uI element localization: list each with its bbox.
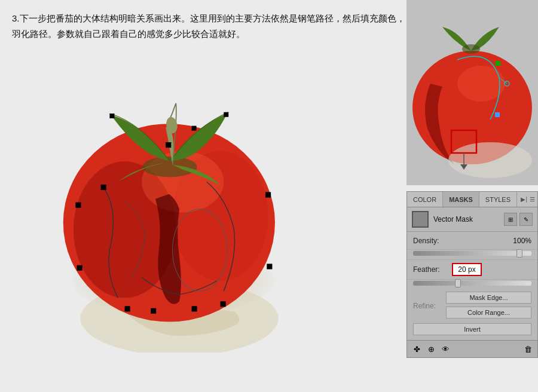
svg-point-6 xyxy=(142,157,197,177)
panel-menu-icon[interactable]: ☰ xyxy=(530,196,535,203)
svg-rect-20 xyxy=(109,114,114,118)
mask-edge-button[interactable]: Mask Edge... xyxy=(446,292,531,304)
instruction-text: 3.下一步把番茄的大体结构明暗关系画出来。这里用到的主要方法依然是钢笔路径，然后… xyxy=(12,11,412,41)
panel-tabs: COLOR MASKS STYLES ▶| ☰ xyxy=(407,192,537,207)
refine-label: Refine: xyxy=(413,302,446,310)
svg-rect-12 xyxy=(221,301,226,307)
mask-icon-buttons: ⊞ ✎ xyxy=(504,213,533,226)
svg-rect-13 xyxy=(125,306,130,311)
tomato-illustration xyxy=(24,66,335,353)
svg-rect-11 xyxy=(267,264,272,269)
density-slider-container xyxy=(407,251,537,259)
density-slider-thumb[interactable] xyxy=(516,249,522,258)
svg-rect-16 xyxy=(151,308,156,314)
tab-color[interactable]: COLOR xyxy=(407,192,443,207)
svg-rect-10 xyxy=(265,192,271,197)
toolbar-trash-icon[interactable]: 🗑 xyxy=(522,343,534,355)
svg-rect-14 xyxy=(77,265,82,271)
instruction-line1: 3.下一步把番茄的大体结构明暗关系画出来。这里用到的主要方法依然是钢笔路径，然后… xyxy=(12,11,412,26)
svg-rect-9 xyxy=(166,142,171,148)
mask-label: Vector Mask xyxy=(433,215,504,223)
color-range-button[interactable]: Color Range... xyxy=(446,307,531,318)
svg-rect-8 xyxy=(101,185,106,190)
toolbar-sun-icon[interactable]: ✤ xyxy=(411,343,423,355)
invert-button[interactable]: Invert xyxy=(413,323,531,335)
density-label: Density: xyxy=(413,237,452,245)
panel-arrow-icon: ▶| xyxy=(521,196,527,203)
right-panel: COLOR MASKS STYLES ▶| ☰ Vector Mask ⊞ ✎ xyxy=(359,0,538,392)
main-area: 3.下一步把番茄的大体结构明暗关系画出来。这里用到的主要方法依然是钢笔路径，然后… xyxy=(0,0,538,392)
toolbar-eye-icon[interactable]: 👁 xyxy=(439,343,451,355)
instruction-line2: 羽化路径。参数就自己跟着自己的感觉多少比较合适就好。 xyxy=(12,26,412,42)
feather-slider[interactable] xyxy=(413,281,531,286)
mask-icon-btn-2[interactable]: ✎ xyxy=(519,213,533,226)
mask-icon-btn-1[interactable]: ⊞ xyxy=(504,213,517,226)
svg-point-29 xyxy=(448,142,532,178)
svg-rect-24 xyxy=(496,61,500,66)
svg-point-23 xyxy=(457,66,505,102)
panel-toolbar: ✤ ⊕ 👁 🗑 xyxy=(407,340,537,357)
density-slider[interactable] xyxy=(413,251,531,256)
vector-mask-row: Vector Mask ⊞ ✎ xyxy=(407,207,537,232)
tab-styles[interactable]: STYLES xyxy=(479,192,517,207)
panel-tab-controls: ▶| ☰ xyxy=(521,196,537,203)
density-value: 100% xyxy=(452,237,531,245)
feather-label: Feather: xyxy=(413,265,452,274)
svg-rect-17 xyxy=(192,306,197,311)
refine-row: Refine: Mask Edge... Color Range... xyxy=(407,289,537,322)
tomato-svg xyxy=(24,66,335,353)
svg-rect-25 xyxy=(495,112,500,117)
toolbar-cloud-icon[interactable]: ⊕ xyxy=(425,343,437,355)
preview-tomato-svg xyxy=(406,0,538,185)
mask-thumbnail xyxy=(412,211,429,228)
svg-point-28 xyxy=(462,44,480,54)
feather-slider-container xyxy=(407,281,537,289)
svg-rect-18 xyxy=(192,126,197,131)
feather-row: Feather: 20 px xyxy=(407,259,537,280)
tomato-preview xyxy=(406,0,538,185)
properties-panel: COLOR MASKS STYLES ▶| ☰ Vector Mask ⊞ ✎ xyxy=(406,191,538,358)
invert-row: Invert xyxy=(407,322,537,340)
svg-rect-15 xyxy=(75,203,81,208)
refine-buttons: Mask Edge... Color Range... xyxy=(446,292,531,320)
tab-masks[interactable]: MASKS xyxy=(443,192,479,207)
feather-value[interactable]: 20 px xyxy=(452,263,482,276)
feather-slider-thumb[interactable] xyxy=(455,279,461,287)
svg-rect-19 xyxy=(224,112,228,117)
density-row: Density: 100% xyxy=(407,232,537,250)
